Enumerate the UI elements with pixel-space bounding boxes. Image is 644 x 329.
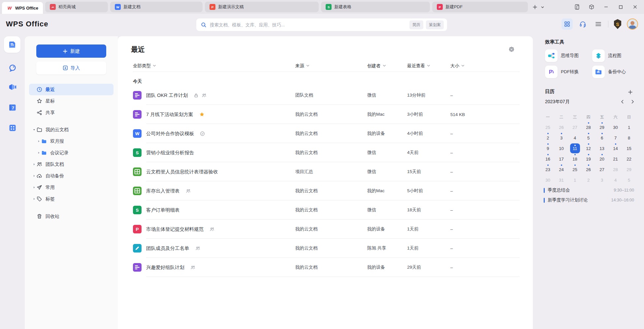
file-name[interactable]: 营销小组业绩分析报告 — [146, 150, 194, 156]
file-row-3[interactable]: S营销小组业绩分析报告我的云文档微信4天前– — [133, 143, 520, 162]
sidebar-item-3[interactable]: 我的云文档 — [29, 124, 113, 135]
calendar-day[interactable]: 8 — [622, 133, 636, 143]
calendar-day[interactable]: 25 — [568, 164, 582, 175]
calendar-day[interactable]: 27 — [568, 122, 582, 133]
menu-icon[interactable] — [593, 18, 604, 30]
calendar-day[interactable]: 17 — [555, 154, 568, 164]
new-button[interactable]: 新建 — [36, 45, 106, 58]
search-tag-plan[interactable]: 策划案 — [426, 20, 444, 29]
calendar-day[interactable]: 1 — [568, 175, 582, 185]
calendar-day[interactable]: 9 — [541, 143, 555, 154]
calendar-day[interactable]: 27 — [595, 164, 609, 175]
tab-5[interactable]: P新建PDF — [432, 2, 528, 12]
calendar-day[interactable]: 21 — [609, 154, 622, 164]
file-name[interactable]: 7 月线下活动策划方案 — [146, 111, 193, 118]
sidebar-item-8[interactable]: 常用 — [29, 182, 113, 193]
support-headset-icon[interactable] — [577, 18, 588, 30]
calendar-rail-icon[interactable]: 7 — [8, 103, 17, 112]
file-row-4[interactable]: 云文档管人员信息统计表理器验收项目汇总微信15天前– — [133, 162, 520, 181]
filter-2[interactable]: 创建者 — [367, 63, 407, 69]
file-row-1[interactable]: 7 月线下活动策划方案我的云文档我的Mac3小时前514 KB — [133, 105, 520, 124]
caret-right-icon[interactable] — [31, 162, 37, 167]
import-button[interactable]: 导入 — [36, 61, 106, 75]
calendar-day[interactable]: 2 — [541, 133, 555, 143]
minimize-icon[interactable] — [603, 4, 609, 10]
filter-3[interactable]: 最近查看 — [407, 63, 450, 69]
filter-4[interactable]: 大小 — [450, 63, 520, 69]
gear-icon[interactable] — [509, 46, 514, 52]
calendar-day[interactable]: 7 — [609, 133, 622, 143]
tool-0[interactable]: 思维导图 — [545, 49, 592, 62]
calendar-day[interactable]: 5 — [582, 133, 595, 143]
calendar-day[interactable]: 3 — [595, 175, 609, 185]
sidebar-item-1[interactable]: 星标 — [29, 95, 113, 107]
sidebar-item-7[interactable]: 自动备份 — [29, 170, 113, 182]
calendar-day[interactable]: 22 — [622, 154, 636, 164]
calendar-day[interactable]: 24 — [555, 164, 568, 175]
user-avatar[interactable] — [627, 18, 638, 30]
sidebar-item-4[interactable]: 双月报 — [29, 135, 113, 147]
tab-3[interactable]: P新建演示文稿 — [205, 2, 319, 12]
sidebar-item-0[interactable]: 最近 — [29, 84, 113, 95]
calendar-day[interactable]: 30 — [609, 122, 622, 133]
calendar-day[interactable]: 29 — [622, 164, 636, 175]
tab-2[interactable]: W新建文档 — [110, 2, 203, 12]
sidebar-item-6[interactable]: 团队文档 — [29, 159, 113, 170]
file-name[interactable]: 云文档管人员信息统计表理器验收 — [146, 169, 218, 175]
calendar-day[interactable]: 26 — [582, 164, 595, 175]
sidebar-item-10[interactable]: 回收站 — [29, 211, 113, 222]
search-input[interactable] — [210, 22, 407, 27]
calendar-day[interactable]: 30 — [541, 175, 555, 185]
phone-sync-icon[interactable] — [574, 4, 580, 10]
file-row-8[interactable]: 团队成员及分工名单我的云文档陈旭 共享1天前– — [133, 239, 520, 258]
calendar-prev-icon[interactable] — [621, 100, 624, 104]
calendar-event-0[interactable]: 季度总结会9:30–11:00 — [544, 185, 634, 195]
calendar-day[interactable]: 18 — [568, 154, 582, 164]
file-row-0[interactable]: 团队 OKR 工作计划团队文档微信13分钟前– — [133, 86, 520, 105]
calendar-day[interactable]: 28 — [609, 164, 622, 175]
calendar-day[interactable]: 20 — [595, 154, 609, 164]
tab-1[interactable]: 稻壳商城 — [45, 2, 108, 12]
calendar-day[interactable]: 19 — [582, 154, 595, 164]
file-name[interactable]: 库存出入管理表 — [146, 188, 180, 194]
file-row-5[interactable]: 库存出入管理表我的云文档我的Mac5小时前– — [133, 181, 520, 200]
star-filled-icon[interactable] — [199, 112, 205, 117]
file-name[interactable]: 客户订单明细表 — [146, 207, 180, 213]
filter-0[interactable]: 全部类型 — [133, 63, 295, 69]
calendar-day[interactable]: 3 — [555, 133, 568, 143]
calendar-day[interactable]: 16 — [541, 154, 555, 164]
caret-down-icon[interactable] — [31, 127, 37, 133]
apps-rail-icon[interactable] — [8, 123, 17, 132]
apps-grid-icon[interactable] — [562, 18, 573, 30]
file-row-6[interactable]: S客户订单明细表我的云文档微信18天前– — [133, 200, 520, 220]
calendar-add-icon[interactable] — [628, 90, 633, 95]
calendar-day[interactable]: 4 — [609, 175, 622, 185]
caret-right-icon[interactable] — [36, 150, 41, 156]
calendar-day[interactable]: 5 — [622, 175, 636, 185]
caret-right-icon[interactable] — [31, 173, 37, 179]
tab-list-dropdown[interactable] — [541, 5, 544, 9]
calendar-day[interactable]: 13 — [595, 143, 609, 154]
filter-1[interactable]: 来源 — [295, 63, 367, 69]
caret-right-icon[interactable] — [31, 185, 37, 190]
meeting-rail-icon[interactable] — [8, 82, 17, 91]
calendar-day[interactable]: 25 — [541, 122, 555, 133]
workspace-icon[interactable] — [589, 4, 595, 10]
caret-right-icon[interactable] — [31, 196, 37, 202]
file-row-2[interactable]: W公司对外合作协议模板我的云文档我的设备4小时前– — [133, 124, 520, 143]
calendar-day[interactable]: 14 — [609, 143, 622, 154]
file-name[interactable]: 兴趣爱好组队计划 — [146, 264, 184, 271]
sidebar-item-2[interactable]: 共享 — [29, 107, 113, 118]
tool-3[interactable]: 备份中心 — [592, 66, 639, 78]
calendar-day[interactable]: 1 — [622, 122, 636, 133]
tab-0[interactable]: WWPS Office — [2, 2, 43, 14]
file-row-9[interactable]: 兴趣爱好组队计划我的云文档我的设备29天前– — [133, 258, 520, 277]
calendar-day[interactable]: 4 — [568, 133, 582, 143]
tool-1[interactable]: 流程图 — [592, 49, 639, 62]
search-bar[interactable]: 简历 策划案 — [196, 18, 447, 31]
rail-item-active[interactable] — [4, 36, 20, 53]
chat-rail-icon[interactable] — [8, 63, 17, 72]
calendar-day[interactable]: 10 — [555, 143, 568, 154]
calendar-day[interactable]: 28 — [582, 122, 595, 133]
calendar-day[interactable]: 29 — [595, 122, 609, 133]
